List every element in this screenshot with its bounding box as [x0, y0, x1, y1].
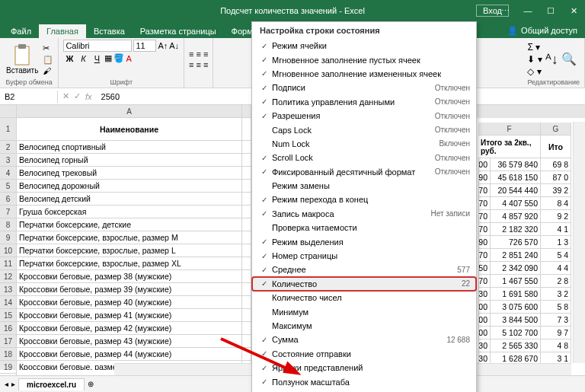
menu-item[interactable]: ✓Политика управления даннымиОтключен — [252, 95, 476, 109]
font-color-icon[interactable]: A — [126, 54, 131, 63]
col-header-b[interactable] — [242, 105, 251, 118]
cell[interactable]: 69 8 — [541, 158, 571, 171]
cell[interactable]: 9 7 — [541, 327, 571, 339]
menu-item[interactable]: Caps LockОтключен — [252, 123, 476, 136]
cell[interactable]: 2 565 330 — [491, 339, 541, 352]
cut-icon[interactable]: ✂ — [43, 43, 53, 53]
tab-page-layout[interactable]: Разметка страницы — [133, 24, 224, 38]
tab-home[interactable]: Главная — [39, 24, 86, 38]
format-painter-icon[interactable]: 🖌 — [43, 66, 53, 75]
cell[interactable]: 726 570 — [491, 236, 541, 249]
cell[interactable]: 90 — [478, 236, 491, 249]
menu-item[interactable]: ✓Фиксированный десятичный форматОтключен — [252, 165, 476, 179]
cell[interactable]: 5 4 — [541, 249, 571, 262]
increase-font-icon[interactable]: A↑ — [158, 41, 168, 50]
menu-item[interactable]: ✓Масштаб100 % — [252, 389, 476, 392]
menu-item[interactable]: ✓Количество22 — [252, 277, 476, 291]
row-header[interactable]: 13 — [0, 283, 17, 296]
cell[interactable]: 70 — [478, 197, 491, 210]
cancel-formula-icon[interactable]: ✕ — [62, 91, 69, 101]
cell[interactable]: Кроссовки беговые, размер 42 (мужские) — [17, 322, 242, 335]
cell[interactable]: Кроссовки беговые, размер 39 (мужские) — [17, 283, 242, 296]
cell[interactable]: 4 857 920 — [491, 210, 541, 223]
cell[interactable]: Кроссовки беговые, размер 40 (мужские) — [17, 296, 242, 309]
cell[interactable]: Велосипед горный — [17, 154, 242, 167]
cell[interactable]: 2 342 090 — [491, 262, 541, 275]
cell[interactable]: Велосипед детский — [17, 193, 242, 206]
row-header[interactable]: 17 — [0, 335, 17, 348]
cell[interactable]: 5 102 700 — [491, 327, 541, 339]
new-sheet-icon[interactable]: ⊕ — [88, 380, 94, 388]
row-header[interactable]: 6 — [0, 193, 17, 206]
row-header[interactable]: 11 — [0, 257, 17, 270]
row-header[interactable]: 7 — [0, 206, 17, 218]
sheet-tab[interactable]: microexcel.ru — [18, 378, 85, 390]
menu-item[interactable]: Num LockВключен — [252, 137, 476, 151]
cell[interactable]: 70 — [478, 275, 491, 288]
fill-icon[interactable]: ⬇ ▾ — [527, 54, 542, 65]
cell[interactable]: Груша боксерская — [17, 206, 242, 218]
menu-item[interactable]: ✓Запись макросаНет записи — [252, 207, 476, 221]
cell[interactable]: 1 691 580 — [491, 288, 541, 301]
menu-item[interactable]: Проверка читаемости — [252, 221, 476, 234]
autosum-icon[interactable]: Σ ▾ — [527, 42, 542, 53]
cell[interactable]: 70 — [478, 249, 491, 262]
cell[interactable]: 7 3 — [541, 314, 571, 327]
menu-item[interactable]: Максимум — [252, 319, 476, 333]
row-header[interactable]: 12 — [0, 270, 17, 283]
cell[interactable]: 5 8 — [541, 301, 571, 314]
row-header[interactable]: 14 — [0, 296, 17, 309]
tab-file[interactable]: Файл — [3, 24, 39, 38]
header-cell-a[interactable]: Наименование — [17, 118, 242, 141]
maximize-icon[interactable]: ☐ — [539, 0, 562, 21]
cell[interactable]: 1 467 550 — [491, 275, 541, 288]
cell[interactable]: 20 544 440 — [491, 184, 541, 197]
cell[interactable]: Перчатки боксерские, детские — [17, 218, 242, 231]
row-header[interactable]: 4 — [0, 167, 17, 180]
col-header-a[interactable]: A — [17, 105, 242, 118]
cell[interactable]: 4 4 — [541, 262, 571, 275]
copy-icon[interactable]: 📋 — [43, 55, 53, 65]
decrease-font-icon[interactable]: A↓ — [169, 41, 179, 50]
menu-item[interactable]: ✓Мгновенное заполнение измененных ячеек — [252, 67, 476, 81]
enter-formula-icon[interactable]: ✓ — [74, 91, 81, 101]
row-header[interactable]: 5 — [0, 180, 17, 193]
row-header[interactable]: 1 — [0, 118, 17, 141]
col-header-g[interactable]: G — [541, 123, 571, 135]
fill-color-icon[interactable]: 🪣 — [113, 53, 124, 63]
cell[interactable]: 2 182 320 — [491, 223, 541, 236]
find-select-icon[interactable]: 🔍 — [561, 52, 577, 66]
row-header[interactable]: 16 — [0, 322, 17, 335]
row-header[interactable]: 18 — [0, 348, 17, 361]
align-left-icon[interactable]: ≡ — [189, 60, 193, 69]
cell[interactable]: 3 844 500 — [491, 314, 541, 327]
menu-item[interactable]: ✓Среднее577 — [252, 263, 476, 276]
cell[interactable]: 50 — [478, 262, 491, 275]
cell[interactable]: 4 407 550 — [491, 197, 541, 210]
cell[interactable]: 70 — [478, 184, 491, 197]
cell[interactable]: 00 — [478, 327, 491, 339]
align-top-icon[interactable]: ≡ — [189, 49, 193, 59]
cell[interactable]: 70 — [478, 223, 491, 236]
cell[interactable]: Кроссовки беговые, размер 43 (мужские) — [17, 335, 242, 348]
align-middle-icon[interactable]: ≡ — [197, 49, 201, 59]
cell[interactable]: Перчатки боксерские, взрослые, размер M — [17, 231, 242, 244]
cell[interactable]: 2 8 — [541, 275, 571, 288]
cell[interactable]: 90 — [478, 171, 491, 184]
header-cell-g[interactable]: Ито — [541, 135, 571, 158]
row-header[interactable]: 3 — [0, 154, 17, 167]
row-header[interactable]: 19 — [0, 361, 17, 374]
menu-item[interactable]: ✓Scroll LockОтключен — [252, 151, 476, 164]
font-name-select[interactable]: Calibri — [63, 40, 132, 52]
close-icon[interactable]: ✕ — [562, 0, 585, 21]
cell[interactable]: 30 — [478, 288, 491, 301]
cell[interactable]: Кроссовки беговые, размер 41 (мужские) — [17, 309, 242, 322]
col-header-f[interactable]: F — [478, 123, 541, 135]
row-header[interactable]: 15 — [0, 309, 17, 322]
align-center-icon[interactable]: ≡ — [197, 60, 201, 69]
menu-item[interactable]: ✓ПодписиОтключен — [252, 81, 476, 94]
cell[interactable]: 00 — [478, 301, 491, 314]
fx-icon[interactable]: fx — [85, 92, 92, 101]
right-columns[interactable]: F G Итого за 2кв., руб. Ито 0036 579 840… — [478, 123, 571, 392]
menu-item[interactable]: ✓Режим ячейки — [252, 39, 476, 53]
